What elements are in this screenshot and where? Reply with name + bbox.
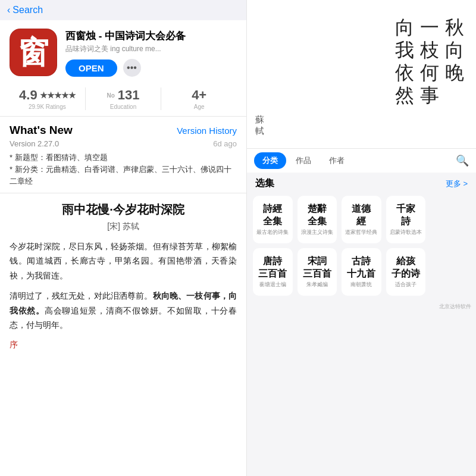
rating-age: 4+ — [167, 87, 231, 103]
collection-daodejing[interactable]: 道德經 道家哲学经典 — [342, 196, 381, 243]
tab-author[interactable]: 作者 — [321, 152, 353, 169]
version-ago: 6d ago — [213, 139, 237, 148]
app-info: 西窗烛 - 中国诗词大会必备 品味诗词之美 ing culture me... … — [65, 29, 237, 77]
update-list: * 新题型：看图猜诗、填空题 * 新分类：元曲精选、白香词谱、声律启蒙、三十六计… — [10, 152, 237, 187]
version-history-link[interactable]: Version History — [177, 126, 237, 136]
poem-col-3: 向 我 依 然 — [395, 18, 414, 105]
collection-gushi19[interactable]: 古詩十九首 南朝萧统 — [342, 248, 381, 296]
tab-group: 分类 作品 作者 — [254, 152, 456, 169]
update-item-2: * 新分类：元曲精选、白香词谱、声律启蒙、三十六计、佛说四十二章经 — [10, 164, 237, 187]
more-button[interactable]: ••• — [123, 59, 141, 77]
right-collections: 选集 更多 > 詩經全集 最古老的诗集 楚辭全集 浪漫主义诗集 道德經 道家哲学… — [247, 173, 476, 476]
tab-category[interactable]: 分类 — [254, 152, 286, 169]
rating-age-block: 4+ Age — [161, 87, 237, 110]
search-bar: ‹ Search — [0, 0, 246, 20]
collection-placeholder1 — [430, 196, 470, 243]
whats-new-header: What's New Version History — [10, 124, 237, 137]
app-icon: 窗 — [10, 29, 57, 76]
left-panel: ‹ Search 窗 西窗烛 - 中国诗词大会必备 品味诗词之美 ing cul… — [0, 0, 247, 476]
collection-grid-row1: 詩經全集 最古老的诗集 楚辭全集 浪漫主义诗集 道德經 道家哲学经典 千家詩 启… — [247, 192, 476, 248]
poem-footer[interactable]: 序 — [10, 340, 237, 350]
collection-grid-row2: 唐詩三百首 蘅塘退士编 宋詞三百首 朱孝臧编 古詩十九首 南朝萧统 給孩子的诗 … — [247, 248, 476, 300]
app-screenshot: 秋 向 晚 一 枝 何 事 向 我 依 然 — [247, 0, 476, 173]
search-icon[interactable]: 🔍 — [456, 154, 469, 167]
collection-qianjia[interactable]: 千家詩 启蒙诗歌选本 — [386, 196, 426, 243]
search-label: Search — [12, 5, 43, 15]
collection-shijing[interactable]: 詩經全集 最古老的诗集 — [253, 196, 293, 243]
whats-new-title: What's New — [10, 124, 73, 137]
version-number: Version 2.27.0 — [10, 139, 59, 148]
right-tab-bar: 分类 作品 作者 🔍 — [247, 148, 476, 173]
section-header: 选集 更多 > — [247, 173, 476, 192]
rating-score: 4.9 ★★★★★ — [15, 87, 79, 103]
right-panel: 秋 向 晚 一 枝 何 事 向 我 依 然 — [247, 0, 476, 476]
back-arrow-icon[interactable]: ‹ — [7, 5, 10, 15]
app-header: 窗 西窗烛 - 中国诗词大会必备 品味诗词之美 ing culture me..… — [0, 20, 246, 83]
update-item-1: * 新题型：看图猜诗、填空题 — [10, 152, 237, 164]
whats-new-section: What's New Version History Version 2.27.… — [0, 117, 246, 193]
app-buttons: OPEN ••• — [65, 59, 237, 77]
section-title: 选集 — [255, 177, 274, 190]
app-title: 西窗烛 - 中国诗词大会必备 — [65, 30, 237, 43]
watermark-container: 北京达特软件 — [247, 300, 476, 313]
screenshot-author: 蘇 軾 — [255, 114, 264, 137]
collection-tangshi[interactable]: 唐詩三百首 蘅塘退士编 — [253, 248, 293, 296]
tab-works[interactable]: 作品 — [287, 152, 320, 169]
version-row: Version 2.27.0 6d ago — [10, 139, 237, 148]
watermark: 北京达特软件 — [247, 300, 476, 313]
poem-col-2: 一 枝 何 事 — [420, 18, 439, 105]
rating-rank: No131 — [92, 87, 155, 103]
poem-section: 雨中花慢·今岁花时深院 [宋] 苏轼 今岁花时深院，尽日东风，轻扬茶烟。但有绿苔… — [0, 193, 246, 476]
collection-placeholder2 — [430, 248, 470, 296]
rating-rank-block: No131 Education — [86, 87, 162, 110]
collection-haizi[interactable]: 給孩子的诗 适合孩子 — [386, 248, 426, 296]
vertical-poem: 秋 向 晚 一 枝 何 事 向 我 依 然 — [247, 0, 476, 137]
poem-col-1: 秋 向 晚 — [445, 18, 464, 82]
rating-score-block: 4.9 ★★★★★ 29.9K Ratings — [10, 87, 86, 110]
collection-songci[interactable]: 宋詞三百首 朱孝臧编 — [298, 248, 337, 296]
poem-title: 雨中花慢·今岁花时深院 — [10, 202, 237, 218]
poem-body-1: 今岁花时深院，尽日东风，轻扬茶烟。但有绿苔芳草，柳絮榆钱。闻道城西，长廊古寺，甲… — [10, 239, 237, 283]
ratings-row: 4.9 ★★★★★ 29.9K Ratings No131 Education … — [0, 83, 246, 117]
open-button[interactable]: OPEN — [65, 60, 117, 77]
section-more[interactable]: 更多 > — [446, 178, 468, 189]
poem-author: [宋] 苏轼 — [10, 221, 237, 232]
app-subtitle: 品味诗词之美 ing culture me... — [65, 44, 237, 54]
poem-body-2: 清明过了，残红无处，对此泪洒尊前。秋向晚、一枝何事，向我依然。高会聊追短景，清商… — [10, 289, 237, 333]
collection-chuci[interactable]: 楚辭全集 浪漫主义诗集 — [298, 196, 337, 243]
